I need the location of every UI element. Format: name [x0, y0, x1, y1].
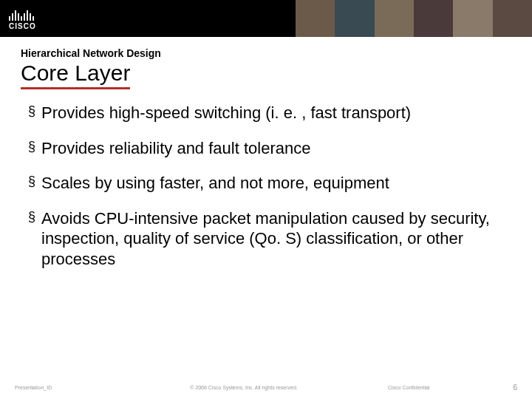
footer-page-number: 6: [502, 383, 517, 392]
list-item: Scales by using faster, and not more, eq…: [28, 173, 511, 194]
footer-copyright: © 2008 Cisco Systems, Inc. All rights re…: [129, 385, 358, 390]
footer-confidential: Cisco Confidential: [358, 385, 502, 390]
cisco-logo-icon: [9, 7, 36, 21]
cisco-logo-text: CISCO: [9, 22, 36, 30]
list-item: Provides reliability and fault tolerance: [28, 138, 511, 159]
header-bar: CISCO: [0, 0, 532, 37]
slide-subtitle: Hierarchical Network Design: [21, 47, 511, 59]
footer-presentation-id: Presentation_ID: [15, 385, 129, 390]
slide-title: Core Layer: [21, 61, 130, 89]
cisco-logo: CISCO: [0, 7, 36, 30]
list-item: Avoids CPU-intensive packet manipulation…: [28, 208, 511, 270]
list-item: Provides high-speed switching (i. e. , f…: [28, 103, 511, 123]
bullet-list: Provides high-speed switching (i. e. , f…: [21, 103, 511, 269]
slide-content: Hierarchical Network Design Core Layer P…: [0, 37, 532, 269]
header-photo-strip: [296, 0, 532, 37]
footer: Presentation_ID © 2008 Cisco Systems, In…: [0, 383, 532, 392]
